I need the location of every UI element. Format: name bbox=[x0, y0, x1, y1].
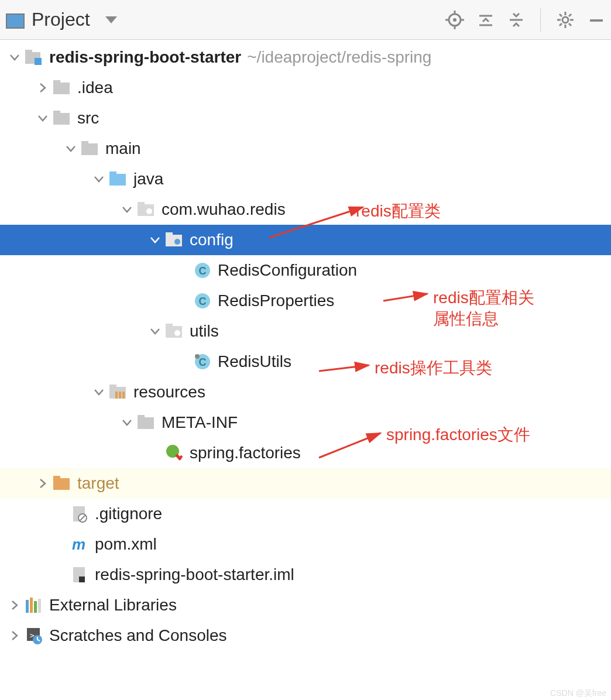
svg-point-1 bbox=[453, 18, 456, 22]
iml-label: redis-spring-boot-starter.iml bbox=[95, 565, 294, 584]
factories-label: spring.factories bbox=[190, 444, 301, 462]
chevron-down-icon[interactable] bbox=[146, 235, 164, 245]
svg-line-72 bbox=[319, 433, 380, 458]
file-icon bbox=[69, 505, 90, 523]
tree-row-java[interactable]: java bbox=[0, 164, 611, 194]
minimize-icon[interactable] bbox=[588, 11, 605, 29]
chevron-down-icon[interactable] bbox=[34, 113, 52, 123]
libraries-icon bbox=[23, 596, 44, 614]
expand-all-icon[interactable] bbox=[477, 11, 495, 29]
watermark: CSDN @吴free bbox=[550, 688, 606, 699]
chevron-down-icon[interactable] bbox=[90, 174, 108, 184]
project-tree: redis-spring-boot-starter ~/ideaproject/… bbox=[0, 40, 611, 651]
arrow-icon bbox=[316, 427, 386, 462]
tree-row-idea[interactable]: .idea bbox=[0, 73, 611, 103]
tree-row-iml[interactable]: redis-spring-boot-starter.iml bbox=[0, 560, 611, 590]
class-icon: C bbox=[192, 292, 213, 310]
resource-folder-icon bbox=[108, 385, 129, 400]
tree-row-target[interactable]: target bbox=[0, 468, 611, 499]
svg-line-15 bbox=[569, 23, 571, 26]
chevron-down-icon[interactable] bbox=[90, 387, 108, 397]
chevron-right-icon[interactable] bbox=[6, 600, 23, 610]
tree-row-root[interactable]: redis-spring-boot-starter ~/ideaproject/… bbox=[0, 42, 611, 73]
svg-line-71 bbox=[319, 365, 369, 371]
target-folder-icon bbox=[52, 476, 73, 491]
module-icon bbox=[23, 50, 44, 65]
class-label: RedisConfiguration bbox=[218, 261, 357, 280]
java-label: java bbox=[133, 170, 163, 188]
tree-row-scratches[interactable]: >_ Scratches and Consoles bbox=[0, 620, 611, 651]
svg-rect-49 bbox=[122, 392, 125, 399]
chevron-down-icon[interactable] bbox=[118, 204, 136, 215]
chevron-down-icon[interactable] bbox=[62, 143, 80, 154]
svg-rect-34 bbox=[166, 232, 173, 237]
annotation-properties-1: redis配置相关 bbox=[433, 287, 534, 309]
idea-label: .idea bbox=[77, 78, 113, 97]
folder-icon bbox=[136, 415, 157, 430]
svg-text:C: C bbox=[199, 265, 207, 277]
arrow-icon bbox=[316, 358, 375, 376]
chevron-right-icon[interactable] bbox=[6, 630, 23, 641]
svg-point-42 bbox=[174, 330, 180, 336]
svg-rect-41 bbox=[166, 324, 173, 328]
svg-rect-25 bbox=[53, 111, 60, 115]
tree-row-redis-configuration[interactable]: C RedisConfiguration bbox=[0, 255, 611, 286]
arrow-icon bbox=[258, 201, 369, 242]
scratches-label: Scratches and Consoles bbox=[49, 626, 227, 645]
svg-rect-29 bbox=[109, 171, 116, 176]
gear-icon[interactable] bbox=[556, 11, 575, 29]
svg-rect-63 bbox=[30, 598, 33, 613]
svg-rect-52 bbox=[138, 415, 145, 420]
svg-rect-21 bbox=[35, 58, 42, 65]
tree-row-resources[interactable]: resources bbox=[0, 377, 611, 407]
iml-icon bbox=[69, 566, 90, 584]
gitignore-label: .gitignore bbox=[95, 505, 162, 523]
collapse-all-icon[interactable] bbox=[507, 11, 525, 29]
root-name: redis-spring-boot-starter bbox=[49, 48, 241, 67]
class-icon: C bbox=[192, 262, 213, 279]
src-label: src bbox=[77, 109, 99, 128]
source-folder-icon bbox=[108, 171, 129, 187]
tree-row-pom[interactable]: m pom.xml bbox=[0, 529, 611, 560]
spring-icon bbox=[164, 444, 185, 462]
tree-row-external-libraries[interactable]: External Libraries bbox=[0, 590, 611, 620]
svg-line-69 bbox=[269, 207, 363, 238]
tree-row-main[interactable]: main bbox=[0, 133, 611, 164]
tree-row-src[interactable]: src bbox=[0, 103, 611, 133]
toolbar-divider bbox=[540, 8, 541, 32]
resources-label: resources bbox=[133, 383, 205, 402]
svg-rect-64 bbox=[34, 601, 37, 613]
chevron-down-icon[interactable] bbox=[6, 52, 23, 63]
tree-row-utils[interactable]: utils bbox=[0, 316, 611, 346]
dropdown-icon[interactable] bbox=[105, 16, 117, 23]
svg-text:m: m bbox=[72, 536, 85, 553]
pom-label: pom.xml bbox=[95, 535, 157, 554]
chevron-right-icon[interactable] bbox=[34, 478, 52, 489]
root-path: ~/ideaproject/redis-spring bbox=[247, 48, 431, 67]
project-toolbar: Project bbox=[0, 0, 611, 40]
locate-icon[interactable] bbox=[445, 11, 464, 29]
svg-point-9 bbox=[562, 17, 568, 23]
svg-rect-65 bbox=[38, 599, 41, 613]
package-icon bbox=[164, 232, 185, 248]
tree-row-gitignore[interactable]: .gitignore bbox=[0, 499, 611, 529]
chevron-down-icon[interactable] bbox=[146, 326, 164, 337]
svg-rect-55 bbox=[53, 476, 60, 481]
main-label: main bbox=[105, 139, 141, 158]
chevron-down-icon[interactable] bbox=[118, 417, 136, 428]
folder-icon bbox=[52, 111, 73, 126]
svg-rect-48 bbox=[119, 392, 121, 399]
svg-line-14 bbox=[559, 14, 562, 16]
svg-point-32 bbox=[146, 208, 152, 214]
project-panel-label[interactable]: Project bbox=[32, 9, 90, 30]
svg-rect-62 bbox=[26, 600, 29, 613]
package-icon bbox=[164, 324, 185, 339]
tree-row-redis-utils[interactable]: C RedisUtils bbox=[0, 346, 611, 377]
folder-icon bbox=[52, 80, 73, 95]
svg-line-16 bbox=[559, 23, 562, 26]
svg-point-35 bbox=[174, 239, 180, 245]
metainf-label: META-INF bbox=[162, 413, 238, 432]
config-label: config bbox=[190, 231, 234, 249]
chevron-right-icon[interactable] bbox=[34, 83, 52, 93]
project-panel-icon bbox=[6, 13, 25, 29]
